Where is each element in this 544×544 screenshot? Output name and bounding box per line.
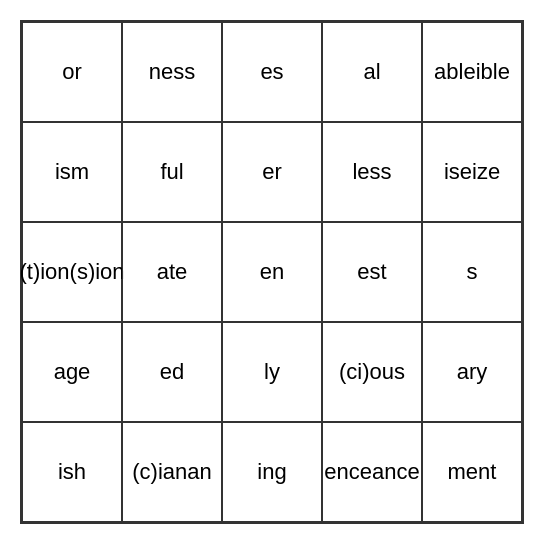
bingo-row: (t)ion(s)ionateenests — [22, 222, 522, 322]
bingo-cell-4-0: ish — [22, 422, 122, 522]
bingo-cell-1-3: less — [322, 122, 422, 222]
bingo-cell-0-3: al — [322, 22, 422, 122]
bingo-cell-3-4: ary — [422, 322, 522, 422]
bingo-cell-2-0: (t)ion(s)ion — [22, 222, 122, 322]
bingo-cell-4-4: ment — [422, 422, 522, 522]
bingo-row: ornessesalableible — [22, 22, 522, 122]
bingo-cell-4-2: ing — [222, 422, 322, 522]
bingo-cell-0-1: ness — [122, 22, 222, 122]
bingo-cell-4-3: enceance — [322, 422, 422, 522]
bingo-cell-1-4: iseize — [422, 122, 522, 222]
bingo-cell-0-4: ableible — [422, 22, 522, 122]
bingo-cell-2-4: s — [422, 222, 522, 322]
bingo-cell-3-1: ed — [122, 322, 222, 422]
bingo-cell-2-2: en — [222, 222, 322, 322]
bingo-cell-2-3: est — [322, 222, 422, 322]
bingo-cell-0-0: or — [22, 22, 122, 122]
bingo-cell-4-1: (c)ianan — [122, 422, 222, 522]
bingo-cell-2-1: ate — [122, 222, 222, 322]
bingo-cell-1-0: ism — [22, 122, 122, 222]
bingo-cell-3-0: age — [22, 322, 122, 422]
bingo-cell-0-2: es — [222, 22, 322, 122]
bingo-cell-3-3: (ci)ous — [322, 322, 422, 422]
bingo-row: ageedly(ci)ousary — [22, 322, 522, 422]
bingo-cell-1-1: ful — [122, 122, 222, 222]
bingo-row: ismfulerlessiseize — [22, 122, 522, 222]
bingo-row: ish(c)iananingenceancement — [22, 422, 522, 522]
bingo-grid: ornessesalableibleismfulerlessiseize(t)i… — [20, 20, 524, 524]
bingo-cell-3-2: ly — [222, 322, 322, 422]
bingo-cell-1-2: er — [222, 122, 322, 222]
